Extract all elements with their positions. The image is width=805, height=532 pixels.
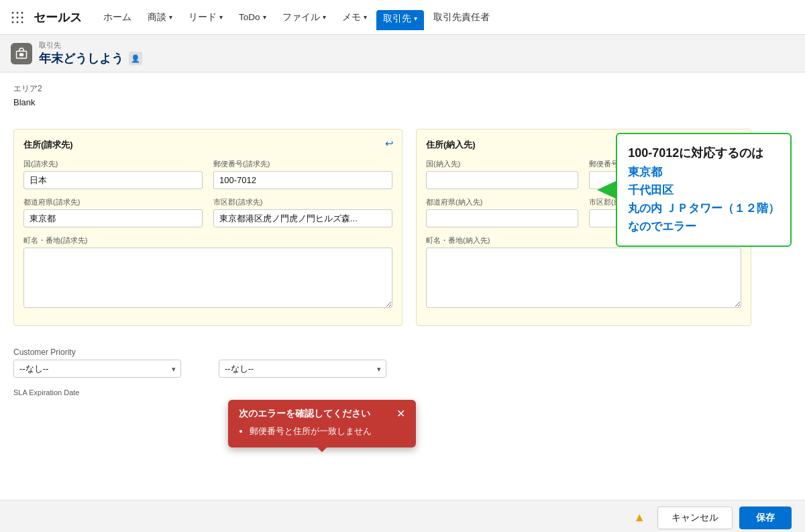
error-dialog: 次のエラーを確認してください ✕ 郵便番号と住所が一致しません bbox=[228, 400, 416, 447]
nav-accounts[interactable]: 取引先 ▾ bbox=[376, 10, 424, 30]
customer-priority-select-wrapper: --なし-- High Medium Low ▾ bbox=[13, 360, 181, 378]
action-bar: ▲ キャンセル 保存 bbox=[0, 500, 805, 532]
chevron-down-icon: ▾ bbox=[263, 13, 266, 21]
annotation-line2: 東京都 bbox=[628, 163, 780, 181]
person-icon[interactable]: 👤 bbox=[129, 52, 142, 65]
page-title: 年末どうしよう 👤 bbox=[39, 50, 142, 66]
annotation-line3: 千代田区 bbox=[628, 181, 780, 199]
svg-point-6 bbox=[12, 21, 14, 23]
account-icon bbox=[11, 43, 32, 64]
billing-street-label: 町名・番地(請求先) bbox=[23, 235, 392, 246]
annotation-line5: なのでエラー bbox=[628, 217, 780, 235]
billing-street-row: 町名・番地(請求先) bbox=[23, 235, 392, 308]
area-section: エリア2 Blank bbox=[0, 72, 805, 118]
svg-point-5 bbox=[21, 16, 23, 18]
billing-city-group: 市区郡(請求先) bbox=[213, 197, 392, 227]
breadcrumb-label: 取引先 bbox=[39, 40, 142, 50]
billing-city-label: 市区郡(請求先) bbox=[213, 197, 392, 207]
annotation-box: 100-7012に対応するのは 東京都 千代田区 丸の内 ＪＰタワー（１２階） … bbox=[616, 133, 792, 247]
svg-point-3 bbox=[12, 16, 14, 18]
shipping-country-input[interactable] bbox=[426, 171, 578, 189]
svg-rect-10 bbox=[19, 53, 23, 56]
error-list: 郵便番号と住所が一致しません bbox=[239, 425, 405, 437]
warning-icon: ▲ bbox=[633, 511, 645, 525]
billing-prefecture-group: 都道府県(請求先) bbox=[23, 197, 203, 227]
shipping-street-input[interactable] bbox=[426, 248, 741, 308]
billing-section-title: 住所(請求先) bbox=[23, 139, 392, 151]
billing-street-input[interactable] bbox=[23, 248, 392, 308]
billing-prefecture-city-row: 都道府県(請求先) 市区郡(請求先) bbox=[23, 197, 392, 227]
area-value: Blank bbox=[13, 97, 792, 107]
customer-priority-group: Customer Priority --なし-- High Medium Low… bbox=[13, 348, 181, 378]
navbar: セールス ホーム 商談 ▾ リード ▾ ToDo ▾ ファイル ▾ メモ ▾ 取… bbox=[0, 0, 805, 35]
customer-priority-group-right: --なし-- ▾ bbox=[219, 360, 386, 378]
annotation-text: 100-7012に対応するのは 東京都 千代田区 丸の内 ＪＰタワー（１２階） … bbox=[628, 144, 780, 236]
customer-priority-label: Customer Priority bbox=[13, 348, 181, 357]
nav-files[interactable]: ファイル ▾ bbox=[276, 9, 333, 26]
billing-postal-input[interactable] bbox=[213, 171, 392, 189]
customer-priority-select-right[interactable]: --なし-- bbox=[219, 360, 386, 378]
billing-country-input[interactable] bbox=[23, 171, 203, 189]
chevron-down-icon: ▾ bbox=[414, 15, 417, 22]
billing-postal-group: 郵便番号(請求先) bbox=[213, 159, 392, 189]
billing-postal-label: 郵便番号(請求先) bbox=[213, 159, 392, 169]
shipping-country-group: 国(納入先) bbox=[426, 159, 578, 189]
nav-todo[interactable]: ToDo ▾ bbox=[232, 9, 273, 25]
nav-leads[interactable]: リード ▾ bbox=[182, 9, 229, 26]
billing-country-postal-row: 国(請求先) 郵便番号(請求先) bbox=[23, 159, 392, 189]
annotation-line4: 丸の内 ＪＰタワー（１２階） bbox=[628, 199, 780, 217]
billing-street-group: 町名・番地(請求先) bbox=[23, 235, 392, 308]
customer-priority-select-wrapper-right: --なし-- ▾ bbox=[219, 360, 386, 378]
customer-priority-row: Customer Priority --なし-- High Medium Low… bbox=[0, 337, 805, 388]
app-grid-icon[interactable] bbox=[8, 8, 27, 27]
svg-point-7 bbox=[17, 21, 19, 23]
chevron-down-icon: ▾ bbox=[364, 13, 367, 21]
billing-address-section: 住所(請求先) ↩ 国(請求先) 郵便番号(請求先) 都道府県(請求先) bbox=[13, 129, 402, 326]
billing-prefecture-label: 都道府県(請求先) bbox=[23, 197, 203, 207]
billing-country-label: 国(請求先) bbox=[23, 159, 203, 169]
sla-section: SLA Expiration Date bbox=[0, 388, 805, 396]
billing-country-group: 国(請求先) bbox=[23, 159, 203, 189]
shipping-prefecture-label: 都道府県(納入先) bbox=[426, 197, 578, 207]
error-item: 郵便番号と住所が一致しません bbox=[250, 425, 405, 437]
annotation-line1: 100-7012に対応するのは bbox=[628, 144, 780, 163]
chevron-down-icon: ▾ bbox=[323, 13, 326, 21]
main-content: エリア2 Blank 住所(請求先) ↩ 国(請求先) 郵便番号(請求先) bbox=[0, 72, 805, 532]
billing-prefecture-input[interactable] bbox=[23, 209, 203, 227]
breadcrumb-bar: 取引先 年末どうしよう 👤 bbox=[0, 35, 805, 72]
svg-point-8 bbox=[21, 21, 23, 23]
breadcrumb-text: 取引先 年末どうしよう 👤 bbox=[39, 40, 142, 66]
save-button[interactable]: 保存 bbox=[739, 507, 792, 529]
shipping-prefecture-input[interactable] bbox=[426, 209, 578, 227]
nav-notes[interactable]: メモ ▾ bbox=[335, 9, 374, 26]
customer-priority-select[interactable]: --なし-- High Medium Low bbox=[13, 360, 181, 378]
close-icon: ✕ bbox=[396, 408, 405, 419]
nav-deals[interactable]: 商談 ▾ bbox=[141, 9, 179, 26]
sla-label: SLA Expiration Date bbox=[13, 388, 792, 396]
billing-city-input[interactable] bbox=[213, 209, 392, 227]
billing-refresh-button[interactable]: ↩ bbox=[385, 138, 394, 150]
chevron-down-icon: ▾ bbox=[169, 13, 172, 21]
svg-point-4 bbox=[17, 16, 19, 18]
shipping-prefecture-group: 都道府県(納入先) bbox=[426, 197, 578, 227]
brand-name: セールス bbox=[34, 9, 82, 25]
shipping-country-label: 国(納入先) bbox=[426, 159, 578, 169]
error-dialog-header: 次のエラーを確認してください ✕ bbox=[239, 408, 405, 420]
billing-address-col: 住所(請求先) ↩ 国(請求先) 郵便番号(請求先) 都道府県(請求先) bbox=[13, 129, 402, 337]
chevron-down-icon: ▾ bbox=[219, 13, 223, 21]
svg-point-1 bbox=[17, 11, 19, 13]
svg-point-0 bbox=[12, 11, 14, 13]
nav-contacts[interactable]: 取引先責任者 bbox=[427, 9, 496, 26]
area-label: エリア2 bbox=[13, 83, 792, 95]
nav-home[interactable]: ホーム bbox=[97, 9, 138, 26]
svg-point-2 bbox=[21, 11, 23, 13]
cancel-button[interactable]: キャンセル bbox=[657, 507, 733, 529]
error-dialog-title: 次のエラーを確認してください bbox=[239, 408, 370, 420]
annotation-arrow bbox=[597, 180, 617, 199]
error-close-button[interactable]: ✕ bbox=[396, 409, 405, 419]
